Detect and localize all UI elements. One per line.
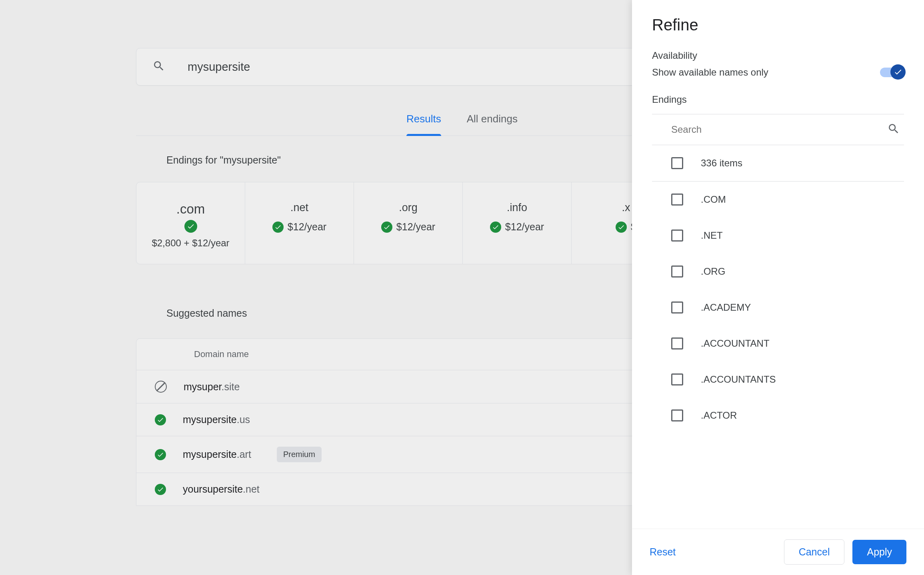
checkbox[interactable]	[671, 230, 683, 242]
domain-name: mysuper.site	[184, 381, 240, 393]
ending-item[interactable]: .ACTOR	[652, 397, 904, 433]
ending-item[interactable]: .ORG	[652, 254, 904, 289]
endings-label: Endings	[652, 94, 904, 105]
check-icon	[616, 222, 627, 233]
ending-label: .COM	[701, 194, 726, 205]
premium-badge: Premium	[277, 447, 322, 462]
domain-name: mysupersite.us	[183, 414, 250, 425]
ending-card-net[interactable]: .net$12/year	[245, 182, 354, 264]
ending-item[interactable]: .COM	[652, 182, 904, 218]
search-icon	[887, 122, 900, 137]
ending-price: $12/year	[505, 221, 544, 233]
show-available-toggle[interactable]	[880, 68, 904, 77]
refine-title: Refine	[652, 16, 904, 34]
available-icon	[155, 449, 166, 460]
ending-price: $12/year	[288, 221, 326, 233]
tab-results[interactable]: Results	[406, 113, 441, 136]
check-icon	[490, 222, 501, 233]
available-icon	[155, 484, 166, 495]
endings-search-input[interactable]	[671, 124, 887, 135]
unavailable-icon	[155, 381, 167, 393]
endings-list: 336 items.COM.NET.ORG.ACADEMY.ACCOUNTANT…	[652, 145, 904, 433]
availability-row: Show available names only	[652, 67, 904, 78]
ending-label: .NET	[701, 230, 723, 241]
ending-card-info[interactable]: .info$12/year	[463, 182, 572, 264]
ending-tld: .org	[361, 202, 455, 214]
ending-tld: .com	[144, 202, 238, 217]
ending-item[interactable]: .ACCOUNTANT	[652, 325, 904, 361]
ending-item[interactable]: .ACCOUNTANTS	[652, 361, 904, 397]
checkbox[interactable]	[671, 373, 683, 385]
cancel-button[interactable]: Cancel	[784, 539, 845, 565]
show-available-text: Show available names only	[652, 67, 768, 78]
availability-label: Availability	[652, 50, 904, 61]
domain-name: yoursupersite.net	[183, 483, 260, 495]
endings-search-row	[652, 114, 904, 145]
check-icon	[272, 222, 284, 233]
check-icon	[184, 220, 197, 233]
reset-button[interactable]: Reset	[650, 546, 676, 558]
ending-card-com[interactable]: .com$2,800 + $12/year	[136, 182, 245, 264]
ending-label: .ACTOR	[701, 410, 737, 421]
checkbox[interactable]	[671, 337, 683, 349]
ending-price: $2,800 + $12/year	[144, 238, 238, 249]
ending-tld: .info	[470, 202, 564, 214]
ending-tld: .net	[252, 202, 346, 214]
checkbox[interactable]	[671, 266, 683, 278]
domain-name: mysupersite.art	[183, 449, 251, 460]
checkbox[interactable]	[671, 194, 683, 206]
ending-label: .ACCOUNTANTS	[701, 374, 776, 385]
search-icon	[152, 60, 188, 74]
checkbox[interactable]	[671, 301, 683, 313]
ending-item[interactable]: 336 items	[652, 145, 904, 182]
checkbox[interactable]	[671, 157, 683, 169]
checkbox[interactable]	[671, 409, 683, 421]
apply-button[interactable]: Apply	[852, 540, 906, 564]
tab-all-endings[interactable]: All endings	[467, 113, 518, 136]
refine-footer: Reset Cancel Apply	[632, 529, 924, 575]
ending-label: .ORG	[701, 266, 725, 277]
ending-card-org[interactable]: .org$12/year	[354, 182, 463, 264]
available-icon	[155, 414, 166, 425]
toggle-knob	[890, 64, 906, 80]
ending-price: $12/year	[396, 221, 435, 233]
ending-item[interactable]: .ACADEMY	[652, 289, 904, 325]
check-icon	[381, 222, 392, 233]
ending-item[interactable]: .NET	[652, 218, 904, 254]
refine-panel: Refine Availability Show available names…	[632, 0, 924, 575]
ending-label: .ACADEMY	[701, 302, 751, 313]
ending-label: .ACCOUNTANT	[701, 338, 770, 349]
ending-label: 336 items	[701, 158, 742, 169]
